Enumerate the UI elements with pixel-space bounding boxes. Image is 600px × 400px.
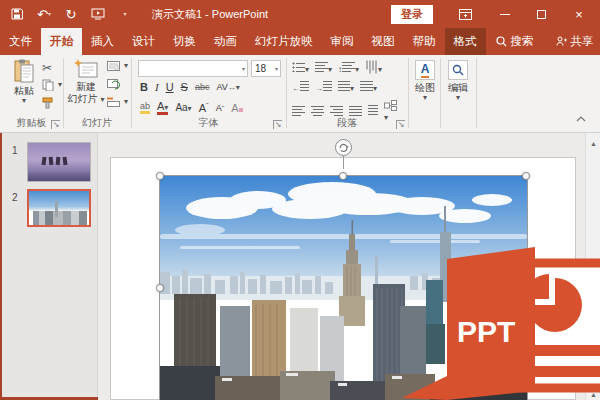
tab-picture-format[interactable]: 格式: [445, 28, 486, 55]
clear-formatting-button[interactable]: A: [231, 102, 242, 114]
scroll-up-icon[interactable]: ▲: [586, 135, 600, 151]
strikethrough-abc-button[interactable]: abc: [195, 82, 210, 92]
login-button[interactable]: 登录: [391, 5, 433, 24]
scissors-icon: ✂: [42, 61, 52, 75]
copy-icon: [42, 79, 54, 91]
font-size-combobox[interactable]: 18▾: [251, 60, 281, 77]
ribbon-display-options-icon[interactable]: [448, 0, 482, 28]
slide-1-title-marks: [42, 157, 67, 165]
logo-text: PPT: [457, 315, 515, 348]
increase-indent-button[interactable]: →: [315, 81, 332, 93]
shrink-font-button[interactable]: Aˇ: [216, 103, 225, 113]
tab-view[interactable]: 视图: [363, 28, 404, 55]
search-label: 搜索: [511, 28, 534, 55]
new-slide-label-1: 新建: [76, 81, 96, 93]
tab-insert[interactable]: 插入: [82, 28, 123, 55]
italic-button[interactable]: I: [155, 81, 159, 93]
font-name-combobox[interactable]: ▾: [138, 60, 248, 77]
font-size-value: 18: [252, 63, 275, 74]
person-icon: [556, 36, 567, 47]
window-border-left: [0, 133, 2, 400]
resize-handle-top-center[interactable]: [339, 172, 347, 180]
align-text-button[interactable]: ▾: [360, 81, 377, 93]
ppt-watermark-logo: PPT: [400, 245, 600, 400]
search-box[interactable]: 搜索: [486, 28, 544, 55]
resize-handle-top-right[interactable]: [522, 172, 530, 180]
tab-home[interactable]: 开始: [41, 28, 82, 55]
font-color-button[interactable]: A▾: [157, 100, 168, 115]
slide-2-thumbnail[interactable]: [27, 189, 91, 227]
font-dialog-launcher[interactable]: ↘: [273, 120, 282, 129]
align-center-button[interactable]: [311, 106, 324, 116]
drawing-icon: A: [415, 60, 435, 80]
character-spacing-button[interactable]: AV↔▾: [216, 82, 239, 92]
clipboard-dialog-launcher[interactable]: ↘: [51, 120, 60, 129]
editing-search-icon: [448, 60, 468, 80]
ribbon: 粘贴 ▾ ✂ ▾ 剪贴板 ↘ 新建 幻灯片 ▾ ▾ ▾ 幻灯片 ▾ 18▾ B …: [0, 55, 600, 133]
copy-button[interactable]: ▾: [42, 79, 62, 91]
tab-help[interactable]: 帮助: [404, 28, 445, 55]
decrease-indent-button[interactable]: ←: [292, 81, 309, 93]
resize-handle-middle-left[interactable]: [156, 284, 164, 292]
new-slide-button[interactable]: 新建 幻灯片 ▾: [67, 59, 105, 105]
maximize-button[interactable]: [524, 0, 558, 28]
text-direction-button[interactable]: ▾: [365, 62, 382, 74]
tab-design[interactable]: 设计: [123, 28, 164, 55]
ribbon-tab-bar: 文件 开始 插入 设计 切换 动画 幻灯片放映 审阅 视图 帮助 格式 搜索 共…: [0, 28, 600, 55]
tab-slideshow[interactable]: 幻灯片放映: [246, 28, 322, 55]
justify-button[interactable]: [349, 106, 362, 116]
slide-1-thumbnail[interactable]: [27, 142, 91, 182]
reset-slide-button[interactable]: [107, 79, 120, 90]
drawing-button[interactable]: A 绘图 ▾: [412, 60, 438, 102]
editing-button[interactable]: 编辑 ▾: [444, 60, 472, 102]
columns-button[interactable]: ▾: [338, 81, 354, 93]
paragraph-group-label: 段落: [286, 116, 408, 130]
reset-slide-icon: [107, 79, 120, 90]
text-highlight-button[interactable]: ab: [140, 101, 150, 114]
rotation-handle[interactable]: [335, 139, 352, 156]
share-label: 共享: [571, 28, 594, 55]
line-spacing-button[interactable]: ↕▾: [338, 62, 359, 74]
paragraph-dialog-launcher[interactable]: ↘: [396, 120, 405, 129]
slide-1-number: 1: [12, 145, 18, 156]
tab-file[interactable]: 文件: [0, 28, 41, 55]
section-button[interactable]: ▾: [107, 97, 128, 107]
align-right-button[interactable]: [330, 106, 343, 116]
minimize-button[interactable]: [488, 0, 522, 28]
tab-transitions[interactable]: 切换: [164, 28, 205, 55]
grow-font-button[interactable]: Aˆ: [199, 102, 209, 114]
slide-layout-icon: [107, 61, 120, 71]
section-icon: [107, 97, 120, 107]
title-bar: ↶▾ ↻ ▾ 演示文稿1 - PowerPoint 登录 ×: [0, 0, 600, 28]
collapse-ribbon-icon[interactable]: [576, 115, 588, 125]
paste-dropdown-icon: ▾: [22, 97, 26, 105]
underline-button[interactable]: U: [166, 81, 174, 93]
search-icon: [496, 36, 507, 47]
slides-group-label: 幻灯片: [63, 116, 131, 130]
new-slide-label-2: 幻灯片 ▾: [68, 93, 105, 105]
window-title: 演示文稿1 - PowerPoint: [0, 0, 420, 28]
bold-button[interactable]: B: [140, 81, 148, 93]
bullets-button[interactable]: ▾: [292, 62, 309, 74]
tab-review[interactable]: 审阅: [322, 28, 363, 55]
tab-animations[interactable]: 动画: [205, 28, 246, 55]
share-button[interactable]: 共享: [544, 28, 600, 55]
change-case-button[interactable]: Aa▾: [175, 102, 191, 113]
format-painter-icon: [42, 97, 54, 109]
font-group-label: 字体: [131, 116, 286, 130]
slide-layout-button[interactable]: ▾: [107, 61, 128, 71]
align-left-button[interactable]: [292, 106, 305, 116]
strikethrough-button[interactable]: S: [181, 81, 188, 93]
format-painter-button[interactable]: [42, 97, 54, 109]
numbering-button[interactable]: ▾: [315, 62, 332, 74]
resize-handle-top-left[interactable]: [156, 172, 164, 180]
cut-button[interactable]: ✂: [42, 61, 52, 75]
slide-2-number: 2: [12, 192, 18, 203]
smartart-icon: [384, 100, 397, 111]
close-button[interactable]: ×: [562, 0, 596, 28]
rotation-connector: [343, 155, 344, 169]
paste-button[interactable]: 粘贴 ▾: [7, 59, 41, 105]
slide-thumbnail-panel: 1 2: [0, 133, 98, 400]
